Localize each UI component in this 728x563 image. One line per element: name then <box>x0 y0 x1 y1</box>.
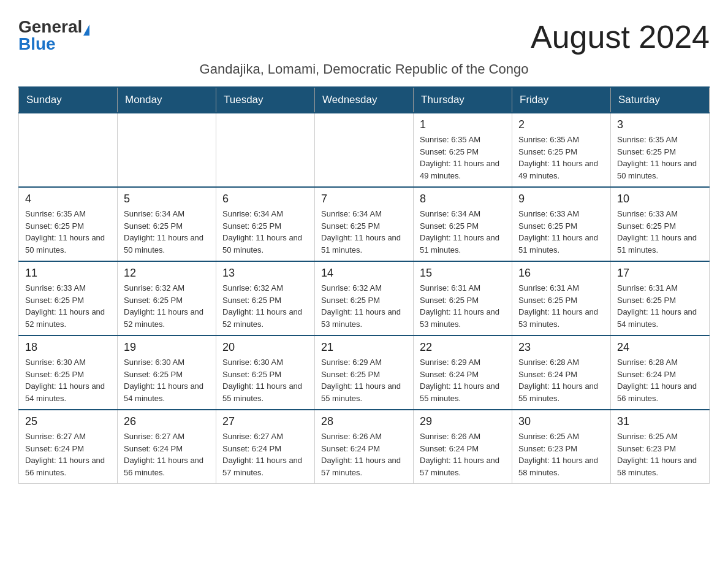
day-number: 31 <box>617 415 703 428</box>
day-info: Sunrise: 6:27 AMSunset: 6:24 PMDaylight:… <box>124 431 210 478</box>
table-row: 24Sunrise: 6:28 AMSunset: 6:24 PMDayligh… <box>611 335 710 410</box>
day-info: Sunrise: 6:34 AMSunset: 6:25 PMDaylight:… <box>222 208 308 256</box>
day-number: 2 <box>518 118 604 131</box>
day-number: 27 <box>222 415 308 428</box>
table-row: 23Sunrise: 6:28 AMSunset: 6:24 PMDayligh… <box>512 335 611 410</box>
day-info: Sunrise: 6:26 AMSunset: 6:24 PMDaylight:… <box>321 431 407 478</box>
table-row: 25Sunrise: 6:27 AMSunset: 6:24 PMDayligh… <box>19 410 118 484</box>
table-row: 31Sunrise: 6:25 AMSunset: 6:23 PMDayligh… <box>611 410 710 484</box>
table-row: 3Sunrise: 6:35 AMSunset: 6:25 PMDaylight… <box>611 113 710 187</box>
header-tuesday: Tuesday <box>216 87 315 113</box>
table-row: 15Sunrise: 6:31 AMSunset: 6:25 PMDayligh… <box>414 261 512 335</box>
day-info: Sunrise: 6:29 AMSunset: 6:24 PMDaylight:… <box>420 356 506 404</box>
day-info: Sunrise: 6:30 AMSunset: 6:25 PMDaylight:… <box>222 356 308 404</box>
logo-blue-text: Blue <box>18 36 56 53</box>
day-info: Sunrise: 6:27 AMSunset: 6:24 PMDaylight:… <box>25 431 111 478</box>
day-info: Sunrise: 6:34 AMSunset: 6:25 PMDaylight:… <box>124 208 210 256</box>
day-info: Sunrise: 6:35 AMSunset: 6:25 PMDaylight:… <box>420 134 506 182</box>
calendar-week-row: 18Sunrise: 6:30 AMSunset: 6:25 PMDayligh… <box>19 335 710 410</box>
day-info: Sunrise: 6:27 AMSunset: 6:24 PMDaylight:… <box>222 431 308 478</box>
day-number: 1 <box>420 118 506 131</box>
day-number: 18 <box>25 341 111 354</box>
table-row: 28Sunrise: 6:26 AMSunset: 6:24 PMDayligh… <box>315 410 414 484</box>
table-row: 10Sunrise: 6:33 AMSunset: 6:25 PMDayligh… <box>611 187 710 261</box>
table-row: 16Sunrise: 6:31 AMSunset: 6:25 PMDayligh… <box>512 261 611 335</box>
header-wednesday: Wednesday <box>315 87 414 113</box>
day-number: 30 <box>518 415 604 428</box>
day-info: Sunrise: 6:28 AMSunset: 6:24 PMDaylight:… <box>617 356 703 404</box>
day-number: 15 <box>420 267 506 280</box>
day-info: Sunrise: 6:35 AMSunset: 6:25 PMDaylight:… <box>617 134 703 182</box>
table-row: 26Sunrise: 6:27 AMSunset: 6:24 PMDayligh… <box>118 410 216 484</box>
header-sunday: Sunday <box>19 87 118 113</box>
calendar-week-row: 1Sunrise: 6:35 AMSunset: 6:25 PMDaylight… <box>19 113 710 187</box>
day-number: 28 <box>321 415 407 428</box>
logo-triangle-icon <box>83 25 89 36</box>
day-number: 26 <box>124 415 210 428</box>
table-row: 8Sunrise: 6:34 AMSunset: 6:25 PMDaylight… <box>414 187 512 261</box>
calendar-week-row: 25Sunrise: 6:27 AMSunset: 6:24 PMDayligh… <box>19 410 710 484</box>
location-title: Gandajika, Lomami, Democratic Republic o… <box>18 61 710 77</box>
table-row: 29Sunrise: 6:26 AMSunset: 6:24 PMDayligh… <box>414 410 512 484</box>
table-row: 4Sunrise: 6:35 AMSunset: 6:25 PMDaylight… <box>19 187 118 261</box>
table-row: 9Sunrise: 6:33 AMSunset: 6:25 PMDaylight… <box>512 187 611 261</box>
day-info: Sunrise: 6:33 AMSunset: 6:25 PMDaylight:… <box>617 208 703 256</box>
day-info: Sunrise: 6:30 AMSunset: 6:25 PMDaylight:… <box>25 356 111 404</box>
logo-general-text: General <box>18 17 82 36</box>
day-number: 25 <box>25 415 111 428</box>
table-row: 12Sunrise: 6:32 AMSunset: 6:25 PMDayligh… <box>118 261 216 335</box>
day-number: 17 <box>617 267 703 280</box>
table-row: 2Sunrise: 6:35 AMSunset: 6:25 PMDaylight… <box>512 113 611 187</box>
table-row <box>315 113 414 187</box>
table-row: 19Sunrise: 6:30 AMSunset: 6:25 PMDayligh… <box>118 335 216 410</box>
day-info: Sunrise: 6:32 AMSunset: 6:25 PMDaylight:… <box>222 282 308 330</box>
day-info: Sunrise: 6:34 AMSunset: 6:25 PMDaylight:… <box>321 208 407 256</box>
table-row <box>216 113 315 187</box>
day-number: 3 <box>617 118 703 131</box>
table-row <box>19 113 118 187</box>
table-row: 22Sunrise: 6:29 AMSunset: 6:24 PMDayligh… <box>414 335 512 410</box>
month-title: August 2024 <box>531 18 710 55</box>
day-number: 11 <box>25 267 111 280</box>
day-number: 6 <box>222 193 308 205</box>
day-number: 29 <box>420 415 506 428</box>
table-row: 14Sunrise: 6:32 AMSunset: 6:25 PMDayligh… <box>315 261 414 335</box>
day-info: Sunrise: 6:31 AMSunset: 6:25 PMDaylight:… <box>420 282 506 330</box>
table-row: 30Sunrise: 6:25 AMSunset: 6:23 PMDayligh… <box>512 410 611 484</box>
day-info: Sunrise: 6:30 AMSunset: 6:25 PMDaylight:… <box>124 356 210 404</box>
day-info: Sunrise: 6:33 AMSunset: 6:25 PMDaylight:… <box>25 282 111 330</box>
day-info: Sunrise: 6:34 AMSunset: 6:25 PMDaylight:… <box>420 208 506 256</box>
day-info: Sunrise: 6:32 AMSunset: 6:25 PMDaylight:… <box>321 282 407 330</box>
table-row: 20Sunrise: 6:30 AMSunset: 6:25 PMDayligh… <box>216 335 315 410</box>
table-row: 27Sunrise: 6:27 AMSunset: 6:24 PMDayligh… <box>216 410 315 484</box>
day-info: Sunrise: 6:26 AMSunset: 6:24 PMDaylight:… <box>420 431 506 478</box>
day-number: 20 <box>222 341 308 354</box>
calendar-header-row: Sunday Monday Tuesday Wednesday Thursday… <box>19 87 710 113</box>
table-row: 13Sunrise: 6:32 AMSunset: 6:25 PMDayligh… <box>216 261 315 335</box>
table-row: 6Sunrise: 6:34 AMSunset: 6:25 PMDaylight… <box>216 187 315 261</box>
day-info: Sunrise: 6:35 AMSunset: 6:25 PMDaylight:… <box>25 208 111 256</box>
table-row: 21Sunrise: 6:29 AMSunset: 6:25 PMDayligh… <box>315 335 414 410</box>
day-number: 21 <box>321 341 407 354</box>
day-info: Sunrise: 6:29 AMSunset: 6:25 PMDaylight:… <box>321 356 407 404</box>
day-info: Sunrise: 6:31 AMSunset: 6:25 PMDaylight:… <box>518 282 604 330</box>
day-number: 10 <box>617 193 703 205</box>
day-info: Sunrise: 6:25 AMSunset: 6:23 PMDaylight:… <box>518 431 604 478</box>
day-number: 9 <box>518 193 604 205</box>
table-row: 5Sunrise: 6:34 AMSunset: 6:25 PMDaylight… <box>118 187 216 261</box>
header-friday: Friday <box>512 87 611 113</box>
header: General Blue August 2024 <box>18 18 710 55</box>
day-info: Sunrise: 6:32 AMSunset: 6:25 PMDaylight:… <box>124 282 210 330</box>
day-number: 16 <box>518 267 604 280</box>
day-info: Sunrise: 6:33 AMSunset: 6:25 PMDaylight:… <box>518 208 604 256</box>
day-number: 19 <box>124 341 210 354</box>
day-number: 12 <box>124 267 210 280</box>
table-row: 18Sunrise: 6:30 AMSunset: 6:25 PMDayligh… <box>19 335 118 410</box>
day-number: 7 <box>321 193 407 205</box>
day-info: Sunrise: 6:31 AMSunset: 6:25 PMDaylight:… <box>617 282 703 330</box>
day-number: 23 <box>518 341 604 354</box>
logo: General Blue <box>18 18 89 53</box>
header-saturday: Saturday <box>611 87 710 113</box>
day-info: Sunrise: 6:28 AMSunset: 6:24 PMDaylight:… <box>518 356 604 404</box>
header-monday: Monday <box>118 87 216 113</box>
